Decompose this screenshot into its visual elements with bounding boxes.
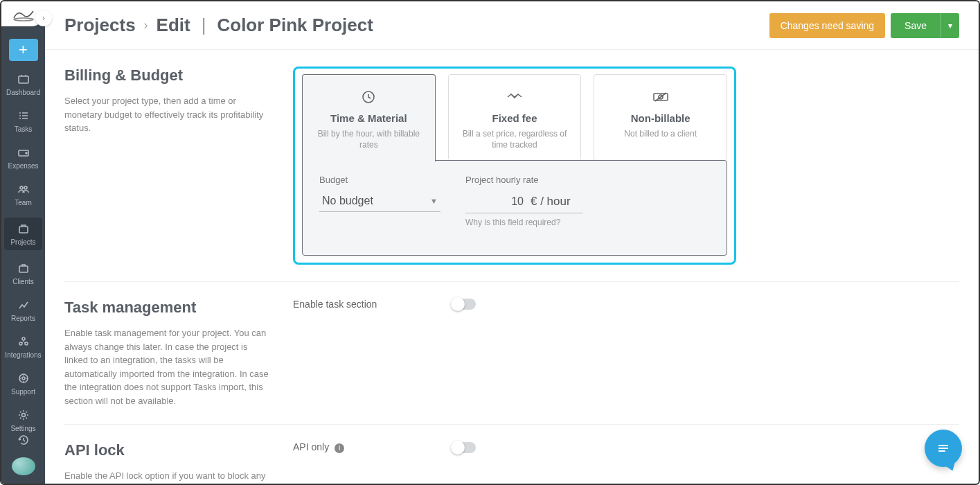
chevron-down-icon: ▼ (430, 197, 438, 205)
section-desc: Enable the API lock option if you want t… (64, 469, 274, 484)
nav-projects[interactable]: Projects (4, 218, 42, 250)
content: Billing & Budget Select your project typ… (45, 50, 979, 484)
breadcrumb: Projects › Edit | Color Pink Project (64, 15, 373, 36)
nav-clients[interactable]: Clients (1, 260, 45, 287)
nav-team[interactable]: Team (1, 181, 45, 208)
billing-highlight: Time & Material Bill by the hour, with b… (293, 67, 736, 265)
save-button[interactable]: Save (891, 13, 941, 38)
nav-tasks[interactable]: Tasks (1, 107, 45, 134)
pipe-separator: | (202, 15, 206, 36)
svg-rect-6 (19, 227, 28, 233)
card-fixed-fee[interactable]: Fixed fee Bill a set price, regardless o… (448, 74, 582, 161)
changes-need-saving-button[interactable]: Changes need saving (769, 13, 885, 38)
section-desc: Enable task management for your project.… (64, 326, 274, 407)
save-dropdown-button[interactable]: ▾ (941, 13, 959, 38)
nav-dashboard[interactable]: Dashboard (1, 71, 45, 98)
nav-label: Expenses (8, 162, 39, 170)
section-title: Billing & Budget (64, 67, 274, 85)
rate-input[interactable] (468, 195, 524, 208)
card-time-material[interactable]: Time & Material Bill by the hour, with b… (302, 74, 436, 161)
nav-settings[interactable]: Settings (1, 407, 45, 434)
nav-expenses[interactable]: Expenses (1, 144, 45, 171)
svg-rect-1 (19, 76, 28, 83)
section-title: API lock (64, 441, 274, 459)
nav-label: Clients (12, 278, 34, 285)
tasks-icon (17, 109, 30, 123)
budget-label: Budget (319, 175, 440, 185)
breadcrumb-action: Edit (157, 15, 190, 36)
budget-select[interactable]: No budget ▼ (319, 191, 440, 212)
dashboard-icon (17, 72, 30, 86)
integrations-icon (17, 335, 30, 349)
svg-rect-7 (19, 266, 28, 272)
nav-label: Team (15, 199, 31, 206)
card-title: Non-billable (603, 112, 718, 124)
team-icon (17, 182, 30, 196)
nav-reports[interactable]: Reports (1, 297, 45, 324)
settings-icon (17, 408, 30, 422)
budget-value: No budget (322, 195, 373, 207)
history-icon[interactable] (17, 434, 30, 449)
rate-hint-link[interactable]: Why is this field required? (465, 218, 583, 227)
sidebar: › + Dashboard Tasks Expenses Team Projec… (1, 1, 45, 484)
section-title: Task management (64, 299, 274, 317)
card-sub: Bill a set price, regardless of time tra… (457, 128, 573, 150)
nav-label: Reports (11, 315, 35, 322)
svg-point-13 (21, 414, 25, 417)
budget-settings: Budget No budget ▼ Project hourly rate €… (302, 160, 727, 256)
nav-label: Dashboard (6, 89, 40, 96)
chevron-right-icon: › (144, 18, 148, 33)
nav-label: Integrations (5, 351, 41, 359)
sidebar-expand-icon[interactable]: › (35, 10, 52, 26)
nav-label: Support (11, 388, 35, 396)
nav-integrations[interactable]: Integrations (1, 333, 45, 360)
card-sub: Not billed to a client (603, 128, 718, 139)
logo[interactable]: › (1, 1, 45, 26)
projects-icon (17, 222, 30, 236)
section-api-lock: API lock Enable the API lock option if y… (64, 441, 959, 484)
svg-point-0 (14, 18, 33, 21)
toggle-label: API only i (293, 441, 452, 452)
card-non-billable[interactable]: Non-billable Not billed to a client (594, 74, 727, 161)
info-icon[interactable]: i (335, 443, 344, 453)
card-title: Fixed fee (457, 112, 573, 124)
svg-point-12 (22, 377, 25, 380)
reports-icon (17, 298, 30, 312)
clock-icon (311, 87, 427, 107)
support-icon (17, 371, 30, 385)
add-button[interactable]: + (9, 39, 38, 61)
svg-point-3 (26, 152, 27, 154)
clients-icon (17, 261, 30, 275)
svg-point-8 (22, 337, 25, 340)
header: Projects › Edit | Color Pink Project Cha… (45, 1, 979, 50)
card-title: Time & Material (311, 112, 427, 124)
non-billable-icon (603, 87, 718, 107)
expenses-icon (17, 146, 30, 159)
nav-label: Projects (10, 238, 35, 246)
breadcrumb-title: Color Pink Project (217, 15, 373, 36)
breadcrumb-root[interactable]: Projects (64, 15, 136, 36)
enable-task-toggle[interactable] (452, 299, 476, 310)
section-desc: Select your project type, then add a tim… (64, 94, 274, 135)
nav-label: Settings (10, 425, 35, 432)
svg-point-4 (20, 186, 23, 189)
rate-unit: € / hour (531, 195, 571, 209)
rate-label: Project hourly rate (465, 175, 583, 185)
api-lock-toggle[interactable] (452, 442, 476, 453)
nav-support[interactable]: Support (1, 370, 45, 397)
svg-point-5 (24, 186, 27, 189)
user-avatar[interactable] (12, 457, 35, 475)
section-billing: Billing & Budget Select your project typ… (64, 67, 959, 282)
nav-label: Tasks (15, 125, 33, 133)
section-task-management: Task management Enable task management f… (64, 299, 959, 425)
handshake-icon (457, 87, 573, 107)
card-sub: Bill by the hour, with billable rates (311, 128, 427, 150)
toggle-label: Enable task section (293, 299, 452, 310)
